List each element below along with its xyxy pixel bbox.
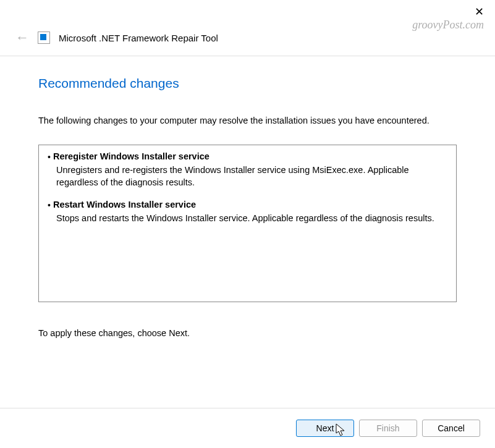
back-arrow-icon: ← <box>15 31 29 44</box>
change-description: Unregisters and re-registers the Windows… <box>56 164 447 189</box>
change-item: • Restart Windows Installer service Stop… <box>48 200 447 224</box>
dialog-window: ✕ groovyPost.com ← Microsoft .NET Framew… <box>0 0 495 448</box>
change-title: Restart Windows Installer service <box>53 200 196 209</box>
app-title: Microsoft .NET Framework Repair Tool <box>59 33 218 43</box>
content-area: Recommended changes The following change… <box>0 56 495 338</box>
intro-text: The following changes to your computer m… <box>38 114 457 127</box>
bullet-icon: • <box>48 200 51 212</box>
close-icon[interactable]: ✕ <box>475 6 484 17</box>
changes-list-box: • Reregister Windows Installer service U… <box>38 145 457 302</box>
page-heading: Recommended changes <box>38 76 457 91</box>
apply-instruction: To apply these changes, choose Next. <box>38 328 457 338</box>
next-button[interactable]: Next <box>296 420 354 437</box>
change-title: Reregister Windows Installer service <box>53 151 209 161</box>
cancel-button[interactable]: Cancel <box>422 420 480 437</box>
finish-button: Finish <box>359 420 417 437</box>
change-item: • Reregister Windows Installer service U… <box>48 151 447 188</box>
watermark-text: groovyPost.com <box>412 19 484 32</box>
bullet-icon: • <box>48 151 51 164</box>
app-icon <box>38 32 50 44</box>
change-description: Stops and restarts the Windows Installer… <box>56 212 447 224</box>
button-bar: Next Finish Cancel <box>0 408 495 448</box>
